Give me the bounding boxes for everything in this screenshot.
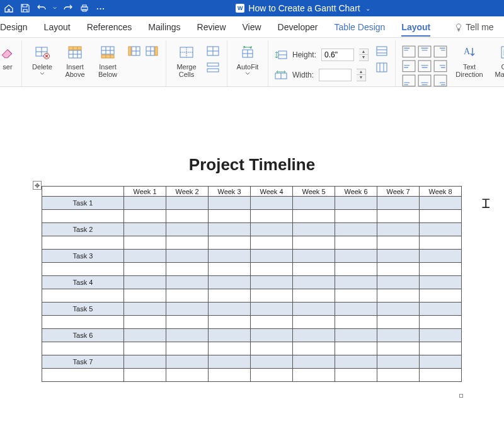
gantt-cell[interactable]: [209, 303, 251, 316]
gantt-cell[interactable]: [251, 250, 293, 263]
gantt-cell[interactable]: [124, 210, 166, 223]
gantt-cell[interactable]: [166, 289, 209, 303]
gantt-cell[interactable]: [42, 369, 124, 382]
gantt-cell[interactable]: [251, 342, 293, 355]
gantt-cell[interactable]: [293, 355, 335, 369]
insert-above-button[interactable]: Insert Above: [61, 43, 89, 78]
task-body-row[interactable]: [42, 210, 462, 223]
gantt-cell[interactable]: [166, 355, 209, 369]
task-label-cell[interactable]: Task 2: [42, 223, 124, 236]
document-title[interactable]: How to Create a Gantt Chart: [248, 3, 360, 13]
header-week[interactable]: Week 7: [377, 187, 420, 197]
header-week[interactable]: Week 5: [293, 187, 335, 197]
gantt-cell[interactable]: [293, 197, 335, 210]
gantt-cell[interactable]: [335, 276, 377, 289]
text-direction-button[interactable]: A Text Direction: [452, 43, 486, 78]
gantt-cell[interactable]: [420, 263, 462, 276]
gantt-cell[interactable]: [335, 355, 377, 369]
gantt-cell[interactable]: [335, 329, 377, 342]
gantt-cell[interactable]: [166, 303, 209, 316]
gantt-cell[interactable]: [209, 355, 251, 369]
header-week[interactable]: Week 2: [166, 187, 209, 197]
gantt-cell[interactable]: [166, 250, 209, 263]
table-header-row[interactable]: Week 1 Week 2 Week 3 Week 4 Week 5 Week …: [42, 187, 462, 197]
tab-table-design[interactable]: Table Design: [334, 18, 385, 36]
gantt-cell[interactable]: [377, 250, 420, 263]
eraser-button[interactable]: ser: [0, 43, 15, 71]
tab-review[interactable]: Review: [197, 18, 226, 36]
table-resize-handle[interactable]: [459, 394, 463, 398]
gantt-cell[interactable]: [251, 316, 293, 329]
height-input[interactable]: [321, 49, 354, 61]
tab-mailings[interactable]: Mailings: [148, 18, 180, 36]
gantt-cell[interactable]: [293, 369, 335, 382]
gantt-cell[interactable]: [251, 223, 293, 236]
insert-below-button[interactable]: Insert Below: [94, 43, 122, 78]
gantt-cell[interactable]: [335, 197, 377, 210]
gantt-cell[interactable]: [420, 369, 462, 382]
gantt-cell[interactable]: [166, 263, 209, 276]
gantt-cell[interactable]: [420, 329, 462, 342]
gantt-cell[interactable]: [377, 263, 420, 276]
gantt-cell[interactable]: [124, 197, 166, 210]
autofit-button[interactable]: AutoFit: [234, 43, 261, 75]
gantt-cell[interactable]: [335, 236, 377, 250]
tab-view[interactable]: View: [243, 18, 261, 36]
insert-right-button[interactable]: [144, 44, 159, 58]
home-icon[interactable]: [4, 3, 14, 13]
height-spinner[interactable]: ▲▼: [359, 49, 369, 61]
gantt-cell[interactable]: [377, 329, 420, 342]
gantt-cell[interactable]: [251, 369, 293, 382]
header-week[interactable]: Week 8: [420, 187, 462, 197]
tab-table-layout[interactable]: Layout: [401, 18, 430, 36]
gantt-cell[interactable]: [293, 236, 335, 250]
gantt-cell[interactable]: [335, 210, 377, 223]
gantt-cell[interactable]: [166, 276, 209, 289]
gantt-cell[interactable]: [166, 210, 209, 223]
gantt-cell[interactable]: [251, 236, 293, 250]
gantt-cell[interactable]: [420, 316, 462, 329]
header-week[interactable]: Week 6: [335, 187, 377, 197]
save-icon[interactable]: [20, 3, 30, 13]
gantt-cell[interactable]: [209, 197, 251, 210]
distribute-rows-button[interactable]: [374, 44, 389, 58]
redo-icon[interactable]: [63, 3, 73, 13]
gantt-cell[interactable]: [293, 223, 335, 236]
gantt-cell[interactable]: [420, 210, 462, 223]
gantt-cell[interactable]: [420, 223, 462, 236]
gantt-cell[interactable]: [42, 210, 124, 223]
gantt-cell[interactable]: [293, 342, 335, 355]
gantt-cell[interactable]: [124, 355, 166, 369]
gantt-cell[interactable]: [420, 250, 462, 263]
gantt-cell[interactable]: [293, 303, 335, 316]
undo-dropdown-icon[interactable]: [53, 3, 57, 13]
gantt-cell[interactable]: [124, 263, 166, 276]
gantt-cell[interactable]: [335, 263, 377, 276]
align-bottom-center-button[interactable]: [418, 74, 432, 87]
gantt-cell[interactable]: [124, 236, 166, 250]
gantt-cell[interactable]: [377, 369, 420, 382]
gantt-cell[interactable]: [209, 342, 251, 355]
table-move-handle[interactable]: ✥: [33, 181, 42, 190]
gantt-cell[interactable]: [377, 210, 420, 223]
task-body-row[interactable]: [42, 289, 462, 303]
task-label-row[interactable]: Task 3: [42, 250, 462, 263]
task-body-row[interactable]: [42, 236, 462, 250]
gantt-cell[interactable]: [209, 210, 251, 223]
gantt-cell[interactable]: [251, 329, 293, 342]
task-label-row[interactable]: Task 7: [42, 355, 462, 369]
gantt-cell[interactable]: [209, 329, 251, 342]
gantt-cell[interactable]: [251, 197, 293, 210]
split-table-button[interactable]: [205, 61, 220, 74]
gantt-cell[interactable]: [335, 342, 377, 355]
header-week[interactable]: Week 4: [251, 187, 293, 197]
gantt-cell[interactable]: [377, 223, 420, 236]
task-label-cell[interactable]: Task 1: [42, 197, 124, 210]
task-label-row[interactable]: Task 2: [42, 223, 462, 236]
gantt-cell[interactable]: [377, 276, 420, 289]
gantt-cell[interactable]: [293, 250, 335, 263]
gantt-cell[interactable]: [377, 236, 420, 250]
task-label-row[interactable]: Task 5: [42, 303, 462, 316]
gantt-cell[interactable]: [377, 197, 420, 210]
align-bottom-right-button[interactable]: [433, 74, 447, 87]
